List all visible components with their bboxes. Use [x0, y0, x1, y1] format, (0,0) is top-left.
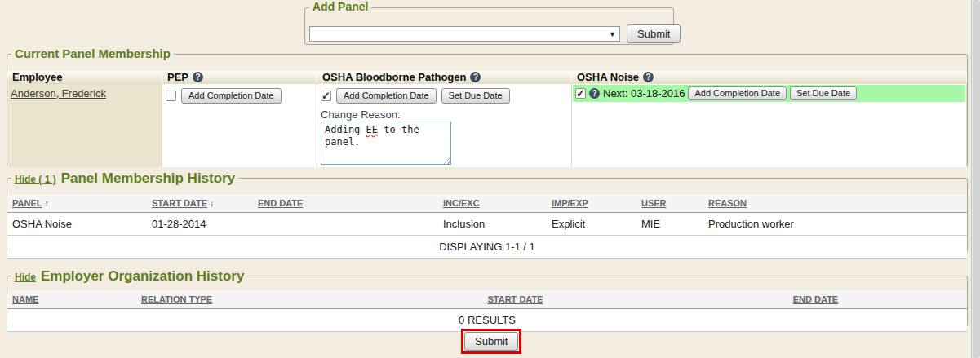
col-inc-exc: INC/EXC [438, 194, 547, 212]
header-osha-noise: OSHA Noise ? [572, 71, 967, 83]
sort-relation-type-link[interactable]: RELATION TYPE [141, 294, 212, 304]
employee-link[interactable]: Anderson, Frederick [11, 87, 106, 99]
sort-user-link[interactable]: USER [641, 198, 667, 208]
noise-next-date: Next: 03-18-2016 [603, 87, 685, 99]
cell-reason: Production worker [703, 212, 967, 235]
add-panel-submit-button[interactable]: Submit [627, 24, 681, 43]
panel-history-hide-link[interactable]: Hide ( 1 ) [15, 174, 56, 185]
col-emp-end-date: END DATE [664, 290, 967, 308]
sort-asc-icon: ↑ [44, 198, 49, 208]
panel-history-paging-status: DISPLAYING 1-1 / 1 [7, 235, 967, 258]
col-panel: PANEL↑ [7, 194, 147, 212]
membership-header-row: Employee PEP ? OSHA Bloodborne Pathogen … [7, 71, 967, 84]
header-pep: PEP ? [162, 71, 317, 83]
panel-history-table: PANEL↑ START DATE↓ END DATE INC/EXC IMP/… [7, 194, 967, 259]
employer-history-header-row: NAME RELATION TYPE START DATE END DATE [7, 290, 967, 308]
misspelled-word: EE [366, 124, 378, 135]
employer-history-table: NAME RELATION TYPE START DATE END DATE 0… [7, 290, 967, 332]
header-employee: Employee [7, 71, 162, 83]
panel-history-legend: Hide ( 1 ) Panel Membership History [11, 170, 238, 187]
cell-imp-exp: Explicit [547, 212, 636, 235]
add-panel-title: Add Panel [313, 0, 368, 13]
bbp-help-icon[interactable]: ? [470, 72, 481, 82]
bbp-set-due-date-button[interactable]: Set Due Date [441, 88, 510, 104]
add-panel-section: Add Panel ▼ Submit [304, 7, 674, 45]
add-panel-legend: Add Panel [309, 0, 371, 13]
employer-history-hide-link[interactable]: Hide [15, 272, 36, 283]
noise-cell: ? Next: 03-18-2016 Add Completion Date S… [572, 84, 967, 167]
panel-history-title: Panel Membership History [61, 170, 236, 187]
pep-cell: Add Completion Date [162, 84, 317, 167]
add-panel-controls: ▼ Submit [309, 24, 681, 43]
cell-start-date: 01-28-2014 [147, 212, 253, 235]
sort-panel-link[interactable]: PANEL [12, 198, 42, 208]
col-reason: REASON [703, 194, 967, 212]
noise-set-due-date-button[interactable]: Set Due Date [790, 86, 857, 100]
noise-highlight-row: ? Next: 03-18-2016 Add Completion Date S… [573, 85, 965, 102]
col-relation-type: RELATION TYPE [136, 290, 366, 308]
pep-add-completion-date-button[interactable]: Add Completion Date [181, 88, 282, 104]
pep-checkbox[interactable] [166, 91, 176, 101]
bbp-add-completion-date-button[interactable]: Add Completion Date [336, 88, 437, 104]
sort-start-date-link[interactable]: START DATE [152, 198, 207, 208]
col-end-date: END DATE [253, 194, 438, 212]
sort-emp-start-date-link[interactable]: START DATE [487, 294, 543, 304]
change-reason-label: Change Reason: [321, 108, 568, 121]
panel-membership-history-section: Hide ( 1 ) Panel Membership History PANE… [7, 178, 968, 253]
textarea-resize-grip[interactable] [442, 156, 450, 164]
noise-help-icon[interactable]: ? [643, 72, 654, 82]
col-user: USER [636, 194, 703, 212]
membership-data-row: Anderson, Frederick Add Completion Date … [7, 84, 967, 167]
col-imp-exp: IMP/EXP [547, 194, 636, 212]
employer-history-results-status: 0 RESULTS [7, 308, 967, 331]
sort-reason-link[interactable]: REASON [708, 198, 747, 208]
col-name: NAME [7, 290, 136, 308]
membership-title: Current Panel Membership [15, 46, 171, 60]
dropdown-arrow-icon: ▼ [609, 30, 616, 38]
col-emp-start-date: START DATE [366, 290, 664, 308]
bbp-cell: Add Completion Date Set Due Date Change … [317, 84, 572, 167]
current-panel-membership-section: Current Panel Membership Employee PEP ? … [7, 54, 968, 167]
noise-add-completion-date-button[interactable]: Add Completion Date [688, 86, 787, 100]
membership-legend: Current Panel Membership [11, 46, 174, 60]
col-start-date: START DATE↓ [147, 194, 253, 212]
cell-inc-exc: Inclusion [438, 212, 547, 235]
cell-panel: OSHA Noise [7, 212, 147, 235]
noise-checkbox[interactable] [575, 88, 586, 99]
employer-organization-history-section: Hide Employer Organization History NAME … [7, 276, 968, 327]
vertical-scrollbar[interactable] [971, 0, 980, 358]
employer-history-legend: Hide Employer Organization History [11, 268, 247, 285]
cell-user: MIE [636, 212, 703, 235]
sort-name-link[interactable]: NAME [12, 294, 38, 304]
bbp-checkbox[interactable] [321, 91, 331, 101]
pep-help-icon[interactable]: ? [193, 72, 203, 82]
cell-end-date [253, 212, 438, 235]
sort-emp-end-date-link[interactable]: END DATE [793, 294, 838, 304]
sort-inc-exc-link[interactable]: INC/EXC [443, 198, 480, 208]
sort-end-date-link[interactable]: END DATE [258, 198, 303, 208]
header-osha-bloodborne-pathogen: OSHA Bloodborne Pathogen ? [317, 71, 572, 83]
panel-history-header-row: PANEL↑ START DATE↓ END DATE INC/EXC IMP/… [7, 194, 967, 212]
submit-annotation-box: Submit [461, 329, 521, 354]
sort-desc-icon: ↓ [210, 198, 215, 208]
noise-next-help-icon[interactable]: ? [589, 88, 600, 99]
panel-history-row: OSHA Noise 01-28-2014 Inclusion Explicit… [7, 212, 967, 235]
page-submit-button[interactable]: Submit [464, 332, 518, 351]
scrollbar-thumb[interactable] [973, 0, 980, 358]
employer-history-title: Employer Organization History [41, 268, 244, 285]
membership-table: Employee PEP ? OSHA Bloodborne Pathogen … [7, 71, 967, 166]
change-reason-textarea[interactable]: Adding EE to thepanel. [321, 122, 451, 165]
sort-imp-exp-link[interactable]: IMP/EXP [552, 198, 588, 208]
employee-cell: Anderson, Frederick [7, 84, 162, 167]
panel-select[interactable]: ▼ [309, 26, 620, 42]
